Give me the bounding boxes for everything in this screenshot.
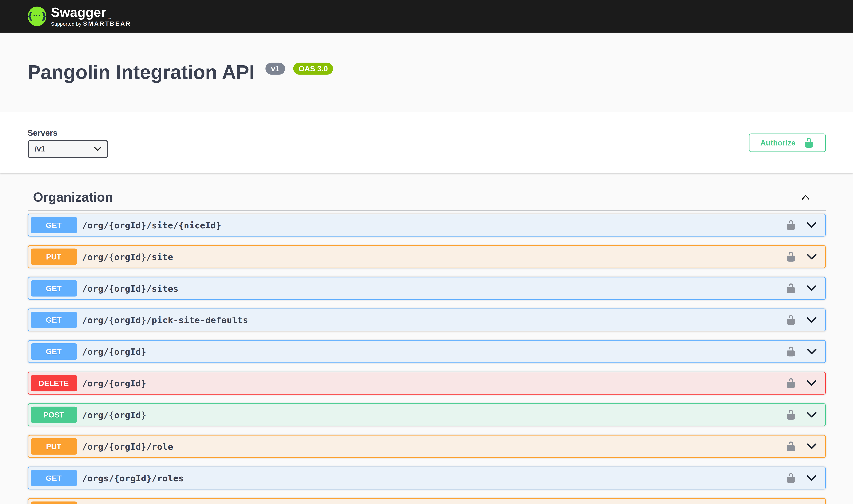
row-controls <box>785 503 822 504</box>
tag-title: Organization <box>33 190 113 205</box>
auth-lock-button[interactable] <box>785 378 796 389</box>
auth-lock-button[interactable] <box>785 346 796 357</box>
expand-operation-button[interactable] <box>805 313 818 326</box>
auth-lock-button[interactable] <box>785 472 796 483</box>
operations-section: Organization GET/org/{orgId}/site/{niceI… <box>28 184 825 504</box>
auth-lock-button[interactable] <box>785 314 796 325</box>
expand-operation-button[interactable] <box>805 377 818 390</box>
operation-row[interactable]: GET/org/{orgId}/site/{niceId} <box>28 214 825 236</box>
tag-organization[interactable]: Organization <box>28 184 825 211</box>
method-badge: PUT <box>31 501 77 504</box>
operation-row[interactable]: PUT/org/{orgId}/site <box>28 245 825 268</box>
method-badge: GET <box>31 343 77 360</box>
operation-path: /org/{orgId}/pick-site-defaults <box>82 315 785 325</box>
expand-operation-button[interactable] <box>805 471 818 485</box>
operation-path: /orgs/{orgId}/roles <box>82 473 785 483</box>
operation-path: /org/{orgId}/site/{niceId} <box>82 220 785 230</box>
unlock-icon <box>785 220 796 231</box>
auth-lock-button[interactable] <box>785 409 796 420</box>
expand-operation-button[interactable] <box>805 282 818 295</box>
operation-path: /org/{orgId}/role <box>82 441 785 452</box>
row-controls <box>785 440 822 453</box>
operation-row[interactable]: PUT/org <box>28 498 825 504</box>
servers-block: Servers /v1 <box>28 128 108 158</box>
api-title-text: Pangolin Integration API <box>28 61 255 83</box>
chevron-down-icon <box>805 282 818 295</box>
unlock-icon <box>785 251 796 262</box>
servers-selected-value: /v1 <box>35 144 45 153</box>
method-badge: GET <box>31 280 77 296</box>
unlock-icon <box>803 138 814 148</box>
operation-path: /org/{orgId}/sites <box>82 283 785 293</box>
expand-operation-button[interactable] <box>805 345 818 358</box>
operation-row[interactable]: GET/org/{orgId}/sites <box>28 277 825 300</box>
brand-name: Swagger™ <box>51 5 131 19</box>
row-controls <box>785 250 822 263</box>
expand-operation-button[interactable] <box>805 250 818 263</box>
chevron-down-icon <box>805 250 818 263</box>
expand-operation-button[interactable] <box>805 408 818 421</box>
tagline: Supported bySMARTBEAR <box>51 21 131 27</box>
swagger-logo-link[interactable]: {···} Swagger™ Supported bySMARTBEAR <box>28 5 131 27</box>
info-section: Pangolin Integration API v1 OAS 3.0 <box>0 33 853 112</box>
method-badge: PUT <box>31 438 77 454</box>
operation-row[interactable]: GET/org/{orgId}/pick-site-defaults <box>28 308 825 331</box>
expand-operation-button[interactable] <box>805 218 818 232</box>
trademark: ™ <box>107 17 111 21</box>
swagger-ui-page: {···} Swagger™ Supported bySMARTBEAR Pan… <box>0 0 853 504</box>
method-badge: GET <box>31 217 77 233</box>
row-controls <box>785 282 822 295</box>
servers-label: Servers <box>28 128 108 137</box>
operation-path: /org/{orgId} <box>82 346 785 357</box>
chevron-down-icon <box>805 471 818 485</box>
operation-path: /org/{orgId} <box>82 378 785 388</box>
unlock-icon <box>785 441 796 452</box>
operation-row[interactable]: POST/org/{orgId} <box>28 403 825 426</box>
chevron-down-icon <box>805 503 818 504</box>
authorize-label: Authorize <box>760 138 796 147</box>
version-badge: v1 <box>266 63 285 75</box>
chevron-down-icon <box>805 218 818 232</box>
servers-select[interactable]: /v1 <box>28 140 108 158</box>
unlock-icon <box>785 472 796 483</box>
braces-glyph: {···} <box>27 12 47 21</box>
auth-lock-button[interactable] <box>785 441 796 452</box>
row-controls <box>785 377 822 390</box>
auth-lock-button[interactable] <box>785 283 796 294</box>
unlock-icon <box>785 283 796 294</box>
chevron-down-icon <box>805 345 818 358</box>
chevron-down-icon <box>805 440 818 453</box>
page-title: Pangolin Integration API v1 OAS 3.0 <box>28 60 825 85</box>
method-badge: GET <box>31 312 77 328</box>
row-controls <box>785 471 822 485</box>
expand-operation-button[interactable] <box>805 440 818 453</box>
authorize-button[interactable]: Authorize <box>749 133 825 152</box>
scheme-container: Servers /v1 Authorize <box>0 112 853 173</box>
row-controls <box>785 345 822 358</box>
chevron-down-icon <box>805 408 818 421</box>
smartbear-brand: SMARTBEAR <box>83 20 131 27</box>
method-badge: DELETE <box>31 375 77 391</box>
oas-badge: OAS 3.0 <box>293 63 333 75</box>
method-badge: PUT <box>31 249 77 265</box>
topbar: {···} Swagger™ Supported bySMARTBEAR <box>0 0 853 33</box>
unlock-icon <box>785 346 796 357</box>
method-badge: GET <box>31 470 77 486</box>
operation-row[interactable]: DELETE/org/{orgId} <box>28 372 825 395</box>
row-controls <box>785 408 822 421</box>
operation-row[interactable]: GET/org/{orgId} <box>28 340 825 363</box>
operation-path: /org/{orgId}/site <box>82 252 785 262</box>
chevron-down-icon <box>805 313 818 326</box>
collapse-section-button[interactable] <box>799 191 811 203</box>
operation-path: /org/{orgId} <box>82 410 785 420</box>
operation-row[interactable]: GET/orgs/{orgId}/roles <box>28 467 825 489</box>
chevron-down-icon <box>805 377 818 390</box>
row-controls <box>785 313 822 326</box>
chevron-up-icon <box>799 191 811 203</box>
operation-row[interactable]: PUT/org/{orgId}/role <box>28 435 825 458</box>
operations-list: GET/org/{orgId}/site/{niceId}PUT/org/{or… <box>28 211 825 504</box>
auth-lock-button[interactable] <box>785 220 796 231</box>
unlock-icon <box>785 378 796 389</box>
expand-operation-button[interactable] <box>805 503 818 504</box>
auth-lock-button[interactable] <box>785 251 796 262</box>
